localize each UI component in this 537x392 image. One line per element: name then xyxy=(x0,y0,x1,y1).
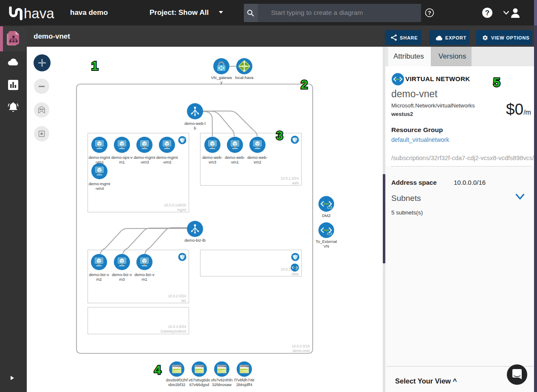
svg-text:vfs7v924hfn: vfs7v924hfn xyxy=(211,378,232,382)
svg-text:biz: biz xyxy=(181,299,186,303)
svg-text:10.0.0.0/16: 10.0.0.0/16 xyxy=(291,344,310,348)
svg-text:10.0.4.0/24: 10.0.4.0/24 xyxy=(168,324,186,329)
svg-text:?: ? xyxy=(428,10,431,16)
svg-text:VN: VN xyxy=(323,244,329,248)
svg-text:b: b xyxy=(194,126,196,130)
svg-text:demo-mgmt: demo-mgmt xyxy=(134,155,155,160)
svg-text:v67s8vg6ds: v67s8vg6ds xyxy=(189,378,210,382)
svg-text:VN_gatewa: VN_gatewa xyxy=(211,75,232,80)
svg-text:demo-web-l: demo-web-l xyxy=(184,121,206,126)
svg-text:mgmt: mgmt xyxy=(177,208,187,212)
svg-text:32fdnosaw: 32fdnosaw xyxy=(212,382,232,387)
svg-text:10.0.1.0/24: 10.0.1.0/24 xyxy=(280,176,299,180)
svg-text:data: data xyxy=(291,272,299,276)
svg-text:vm1: vm1 xyxy=(231,160,239,164)
svg-text:demo-web-: demo-web- xyxy=(202,155,223,160)
svg-text:m1: m1 xyxy=(141,277,147,282)
svg-text:f7v8fdh748: f7v8fdh748 xyxy=(234,378,254,382)
svg-text:m3: m3 xyxy=(119,277,124,282)
svg-text:demo-web-: demo-web- xyxy=(247,155,268,160)
svg-text:web: web xyxy=(291,181,299,185)
svg-text:demo-vnet: demo-vnet xyxy=(293,349,310,353)
svg-text:m2: m2 xyxy=(96,277,102,282)
svg-text:DMZ: DMZ xyxy=(322,213,331,218)
svg-text:vm2: vm2 xyxy=(254,160,261,164)
svg-text:demo-biz-v: demo-biz-v xyxy=(89,272,109,277)
svg-text:demo-ops-v: demo-ops-v xyxy=(111,155,133,160)
svg-text:10.0.2.0/24: 10.0.2.0/24 xyxy=(168,294,186,298)
svg-text:y: y xyxy=(220,80,223,85)
svg-text:demo-biz-v: demo-biz-v xyxy=(112,272,132,277)
svg-text:?: ? xyxy=(485,9,489,17)
svg-text:-vm4: -vm4 xyxy=(95,186,104,191)
svg-text:demo-mgmt: demo-mgmt xyxy=(156,155,178,160)
svg-text:-vm2: -vm2 xyxy=(162,160,171,164)
svg-text:demo-web-: demo-web- xyxy=(225,155,245,160)
svg-text:m1: m1 xyxy=(119,160,124,164)
svg-text:GatewaySubnet: GatewaySubnet xyxy=(161,329,187,333)
svg-text:demo-biz-lb: demo-biz-lb xyxy=(184,238,206,243)
svg-text:2bksjdff4: 2bksjdff4 xyxy=(236,382,252,387)
svg-text:vm3: vm3 xyxy=(209,160,216,164)
svg-text:To_External: To_External xyxy=(316,239,337,244)
svg-text:demo-biz-v: demo-biz-v xyxy=(135,272,155,277)
svg-text:10.0.0.128/25: 10.0.0.128/25 xyxy=(164,203,186,207)
svg-text:dsvds9f32hf: dsvds9f32hf xyxy=(166,378,188,382)
svg-text:demo-mgmt: demo-mgmt xyxy=(89,181,110,186)
svg-text:67v86dgsd: 67v86dgsd xyxy=(189,382,209,387)
svg-text:-vm1: -vm1 xyxy=(95,160,104,164)
svg-text:local-hava: local-hava xyxy=(235,75,254,80)
svg-text:demo-mgmt: demo-mgmt xyxy=(89,155,110,160)
svg-text:-vm3: -vm3 xyxy=(140,160,149,164)
svg-text:sbiv2bf32: sbiv2bf32 xyxy=(168,382,186,387)
